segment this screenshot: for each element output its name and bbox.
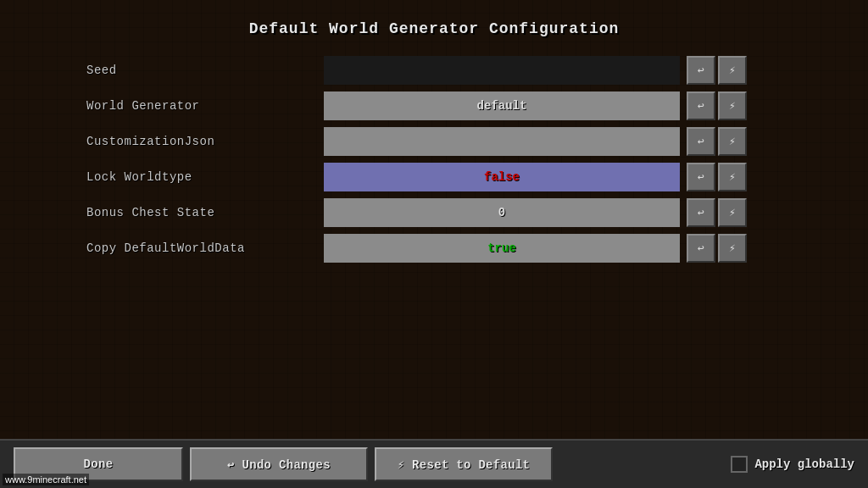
apply-globally-container: Apply globally: [731, 456, 854, 473]
config-row-seed: Seed↩⚡: [86, 54, 782, 86]
config-row-customization-json: CustomizationJson↩⚡: [86, 125, 782, 158]
config-row-lock-worldtype: Lock Worldtypefalse↩⚡: [86, 161, 782, 193]
btn-group-copy-default-world-data: ↩⚡: [687, 234, 747, 263]
reset-icon-btn-world-generator[interactable]: ⚡: [718, 92, 747, 120]
bottom-bar: Done ↩ Undo Changes ⚡ Reset to Default A…: [0, 439, 868, 488]
label-bonus-chest-state: Bonus Chest State: [86, 206, 324, 219]
config-row-world-generator: World Generatordefault↩⚡: [86, 90, 782, 122]
config-row-copy-default-world-data: Copy DefaultWorldDatatrue↩⚡: [86, 232, 782, 264]
label-lock-worldtype: Lock Worldtype: [86, 170, 324, 184]
label-seed: Seed: [86, 64, 324, 77]
value-field-copy-default-world-data[interactable]: true: [324, 234, 680, 263]
reset-to-default-button[interactable]: ⚡ Reset to Default: [375, 447, 553, 481]
reset-icon-btn-customization-json[interactable]: ⚡: [718, 127, 747, 156]
config-row-bonus-chest-state: Bonus Chest State0↩⚡: [86, 197, 782, 229]
reset-icon-btn-bonus-chest-state[interactable]: ⚡: [718, 198, 747, 227]
value-field-customization-json[interactable]: [324, 127, 680, 156]
undo-icon-btn-seed[interactable]: ↩: [687, 56, 715, 85]
undo-icon-btn-bonus-chest-state[interactable]: ↩: [687, 198, 715, 227]
undo-changes-button[interactable]: ↩ Undo Changes: [190, 447, 368, 481]
btn-group-seed: ↩⚡: [687, 56, 747, 85]
btn-group-bonus-chest-state: ↩⚡: [687, 198, 747, 227]
label-world-generator: World Generator: [86, 99, 324, 113]
label-customization-json: CustomizationJson: [86, 135, 324, 148]
undo-icon-btn-lock-worldtype[interactable]: ↩: [687, 163, 715, 191]
main-container: Default World Generator Configuration Se…: [0, 0, 868, 488]
config-table: Seed↩⚡World Generatordefault↩⚡Customizat…: [86, 54, 782, 268]
value-field-lock-worldtype[interactable]: false: [324, 163, 680, 191]
reset-icon-btn-lock-worldtype[interactable]: ⚡: [718, 163, 747, 191]
value-field-world-generator[interactable]: default: [324, 92, 680, 120]
value-field-seed[interactable]: [324, 56, 680, 85]
btn-group-lock-worldtype: ↩⚡: [687, 163, 747, 191]
reset-icon-btn-copy-default-world-data[interactable]: ⚡: [718, 234, 747, 263]
value-text-world-generator: default: [477, 99, 527, 113]
btn-group-world-generator: ↩⚡: [687, 92, 747, 120]
apply-globally-label[interactable]: Apply globally: [754, 458, 854, 471]
value-field-bonus-chest-state[interactable]: 0: [324, 198, 680, 227]
label-copy-default-world-data: Copy DefaultWorldData: [86, 241, 324, 255]
undo-icon-btn-customization-json[interactable]: ↩: [687, 127, 715, 156]
value-text-bonus-chest-state: 0: [498, 206, 505, 219]
reset-icon-btn-seed[interactable]: ⚡: [718, 56, 747, 85]
btn-group-customization-json: ↩⚡: [687, 127, 747, 156]
watermark: www.9minecraft.net: [3, 474, 89, 485]
value-text-lock-worldtype: false: [484, 170, 520, 184]
page-title: Default World Generator Configuration: [249, 20, 620, 37]
undo-icon-btn-world-generator[interactable]: ↩: [687, 92, 715, 120]
value-text-copy-default-world-data: true: [487, 241, 516, 255]
undo-icon-btn-copy-default-world-data[interactable]: ↩: [687, 234, 715, 263]
apply-globally-checkbox[interactable]: [731, 456, 748, 473]
